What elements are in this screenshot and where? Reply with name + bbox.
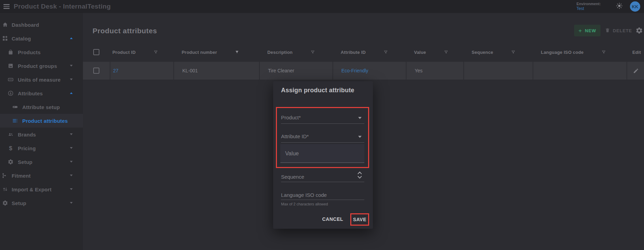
column-header-language-iso-code: Language ISO code [541, 50, 584, 55]
sidebar-item-label: Product groups [18, 63, 57, 69]
sidebar-item-label: Pricing [18, 145, 36, 151]
save-button[interactable]: SAVE [353, 217, 366, 222]
filter-icon-active[interactable] [235, 50, 239, 55]
sidebar-item-attributes[interactable]: Attributes [0, 86, 83, 100]
catalog-icon [2, 35, 8, 41]
home-icon [2, 22, 8, 28]
edit-row-button[interactable] [633, 68, 639, 74]
sidebar-item-import-export[interactable]: Import & Export [0, 182, 83, 196]
menu-icon[interactable] [3, 3, 10, 10]
attribute-id-link[interactable]: Eco-Friendly [341, 68, 368, 73]
field-underline [281, 123, 364, 124]
sidebar-item-label: Attribute setup [22, 104, 60, 110]
description-value: Tire Cleaner [268, 68, 294, 73]
sun-icon [616, 2, 623, 11]
sidebar-item-product-groups[interactable]: Product groups [0, 59, 83, 73]
sidebar-item-product-attributes[interactable]: Product attributes [0, 114, 83, 128]
product-number-value: KL-001 [182, 68, 198, 73]
delete-button[interactable]: DELETE [605, 25, 632, 36]
filter-icon[interactable] [511, 50, 515, 55]
theme-toggle-button[interactable] [615, 2, 623, 11]
column-header-edit: Edit [632, 50, 641, 55]
import-export-icon [2, 186, 8, 192]
cancel-button[interactable]: CANCEL [322, 216, 343, 222]
sidebar-item-label: Setup [12, 200, 26, 206]
sidebar-item-label: Setup [18, 159, 33, 165]
chevron-down-icon[interactable] [358, 136, 362, 138]
column-header-sequence: Sequence [472, 50, 493, 55]
chevron-down-icon [70, 202, 73, 204]
chevron-down-icon [70, 79, 73, 80]
filter-icon[interactable] [311, 50, 315, 55]
select-all-checkbox[interactable] [93, 49, 99, 55]
sidebar-item-pricing[interactable]: $ Pricing [0, 141, 83, 155]
sidebar-item-setup-catalog[interactable]: Setup [0, 155, 83, 169]
row-checkbox[interactable] [93, 68, 99, 74]
language-iso-code-input[interactable]: Language ISO code [281, 192, 327, 198]
sidebar-item-label: Fitment [12, 173, 31, 179]
product-id-link[interactable]: 27 [113, 68, 119, 73]
value-placeholder: Value [285, 151, 364, 157]
sidebar-item-label: Units of measure [18, 77, 61, 83]
sidebar-item-label: Catalog [12, 36, 31, 41]
filter-icon[interactable] [384, 50, 388, 55]
chevron-down-icon [70, 175, 73, 176]
sidebar-item-label: Product attributes [22, 118, 68, 124]
gear-icon [635, 29, 643, 35]
sidebar-item-label: Import & Export [12, 187, 51, 192]
sidebar-item-products[interactable]: Products [0, 45, 83, 59]
chevron-down-icon[interactable] [358, 117, 362, 119]
save-highlight-box: SAVE [350, 213, 369, 226]
environment-link[interactable]: Test [576, 6, 609, 12]
field-underline [281, 182, 364, 182]
product-select[interactable]: Product* [281, 115, 301, 120]
shopping-bag-icon [8, 49, 14, 55]
gear-icon [8, 159, 14, 165]
toggle-icon [12, 104, 18, 110]
sidebar-item-fitment[interactable]: Fitment [0, 169, 83, 182]
field-underline [281, 200, 364, 200]
sidebar: Dashboard Catalog Products Product group… [0, 13, 83, 250]
sequence-stepper [357, 171, 362, 179]
sequence-input[interactable]: Sequence [281, 174, 304, 180]
column-header-value: Value [414, 50, 426, 55]
new-button[interactable]: + NEW [574, 25, 600, 36]
column-header-attribute-id: Attribute ID [341, 50, 366, 55]
user-avatar[interactable]: KK [630, 1, 640, 12]
new-button-label: NEW [585, 28, 596, 33]
filter-icon[interactable] [154, 50, 158, 55]
attribute-id-select[interactable]: Attribute ID* [281, 133, 309, 139]
value-textarea[interactable]: Value [280, 144, 364, 163]
list-icon [12, 118, 18, 124]
environment-block: Environment: Test [576, 1, 609, 12]
assign-product-attribute-dialog: Assign product attribute Product* Attrib… [273, 81, 373, 229]
dialog-title: Assign product attribute [281, 87, 354, 94]
column-header-product-number: Product number [182, 50, 217, 55]
chevron-down-icon[interactable] [357, 175, 362, 179]
filter-icon[interactable] [602, 50, 606, 55]
sidebar-item-catalog[interactable]: Catalog [0, 32, 83, 45]
sidebar-item-brands[interactable]: Brands [0, 128, 83, 141]
chevron-up-icon [70, 92, 73, 94]
topbar: Product Desk - InternalTesting Environme… [0, 0, 644, 13]
chevron-down-icon [70, 161, 73, 163]
sidebar-item-attribute-setup[interactable]: Attribute setup [0, 100, 83, 114]
chevron-down-icon [70, 188, 73, 190]
field-underline [281, 142, 364, 143]
column-header-description: Description [267, 50, 293, 55]
chevron-down-icon [70, 133, 73, 135]
chevron-down-icon [70, 147, 73, 149]
page-title: Product attributes [93, 27, 157, 35]
chevron-down-icon [70, 65, 73, 67]
app-title: Product Desk - InternalTesting [14, 3, 111, 10]
table-settings-button[interactable] [635, 27, 643, 34]
sidebar-item-units-of-measure[interactable]: Units of measure [0, 73, 83, 86]
filter-icon[interactable] [444, 50, 448, 55]
table-header-row: Product ID Product number Description At… [83, 43, 644, 62]
sidebar-item-dashboard[interactable]: Dashboard [0, 18, 83, 32]
environment-label: Environment: [576, 1, 609, 6]
sidebar-item-setup[interactable]: Setup [0, 196, 83, 210]
chevron-up-icon[interactable] [357, 171, 362, 175]
sidebar-item-label: Products [18, 49, 41, 55]
trash-icon [605, 27, 610, 34]
